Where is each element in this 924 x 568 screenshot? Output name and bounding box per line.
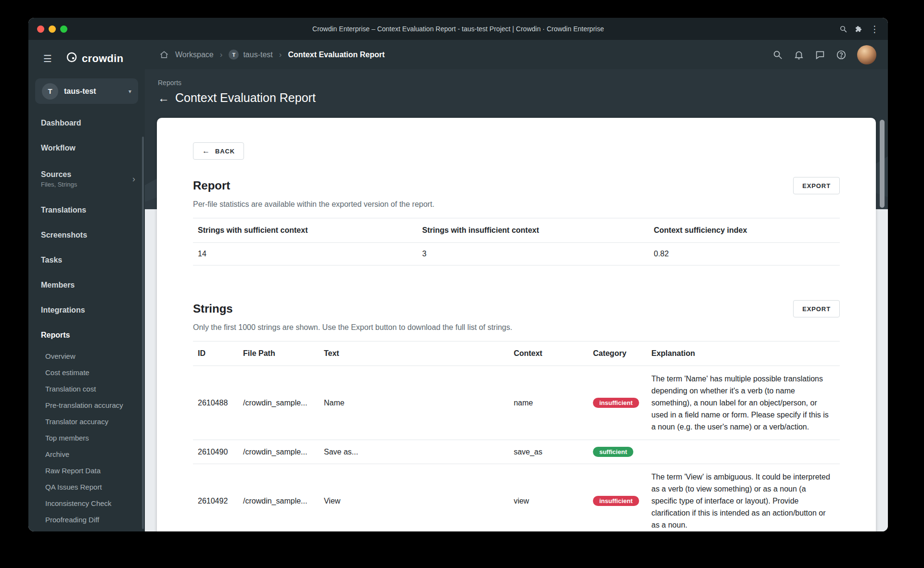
cell-id: 2610488: [193, 366, 238, 440]
sidebar-subitem-translation-cost[interactable]: Translation cost: [28, 380, 145, 397]
caret-down-icon: ▾: [128, 88, 131, 95]
col-header-id: ID: [193, 341, 238, 366]
sidebar-item-dashboard[interactable]: Dashboard: [28, 111, 145, 136]
sidebar-subitem-cost-estimate[interactable]: Cost estimate: [28, 364, 145, 380]
messages-icon[interactable]: [815, 50, 825, 60]
extensions-icon[interactable]: [855, 25, 863, 33]
browser-window: Crowdin Enterprise – Context Evaluation …: [28, 18, 888, 531]
help-icon[interactable]: [836, 50, 847, 60]
home-icon[interactable]: [159, 50, 169, 60]
sidebar-item-members[interactable]: Members: [28, 273, 145, 298]
app-frame: ☰ crowdin T taus-test ▾ Dashboard: [28, 40, 888, 531]
sidebar-item-translations[interactable]: Translations: [28, 198, 145, 223]
col-header-text: Text: [319, 341, 509, 366]
page-scrollbar-thumb[interactable]: [880, 120, 885, 208]
project-selector[interactable]: T taus-test ▾: [35, 78, 138, 104]
export-report-button[interactable]: EXPORT: [793, 177, 840, 194]
sidebar-item-label: Integrations: [41, 306, 85, 315]
sidebar-item-tasks[interactable]: Tasks: [28, 248, 145, 273]
table-row: 2610492 /crowdin_sample... View view ins…: [193, 464, 840, 532]
reports-submenu: Overview Cost estimate Translation cost …: [28, 348, 145, 528]
desktop-background: Crowdin Enterprise – Context Evaluation …: [0, 0, 924, 568]
sidebar-subitem-top-members[interactable]: Top members: [28, 429, 145, 446]
sidebar-item-label: Translations: [41, 206, 86, 215]
cell-file-path: /crowdin_sample...: [238, 366, 319, 440]
cell-category: insufficient: [588, 464, 646, 532]
sidebar-scrollbar-thumb[interactable]: [142, 137, 144, 529]
subitem-label: Top members: [45, 434, 89, 442]
breadcrumb-label: Workspace: [175, 50, 214, 59]
main-area: Workspace › T taus-test › Context Evalua…: [145, 40, 888, 531]
sidebar-item-label: Tasks: [41, 256, 62, 265]
hero-section-label: Reports: [158, 79, 888, 87]
sidebar-subitem-proofreading-diff[interactable]: Proofreading Diff: [28, 511, 145, 528]
cell-text: Save as...: [319, 440, 509, 464]
breadcrumb-label: Context Evaluation Report: [288, 50, 385, 59]
zoom-window-button[interactable]: [60, 25, 67, 33]
cell-category: sufficient: [588, 440, 646, 464]
sidebar-item-label: Reports: [41, 331, 70, 340]
subitem-label: Inconsistency Check: [45, 499, 112, 507]
tab-search-icon[interactable]: [839, 25, 847, 33]
hamburger-menu-icon[interactable]: ☰: [43, 53, 54, 64]
crowdin-logo-text: crowdin: [82, 52, 123, 65]
crowdin-logo[interactable]: crowdin: [66, 51, 123, 66]
cell-text: Name: [319, 366, 509, 440]
sidebar-subitem-translator-accuracy[interactable]: Translator accuracy: [28, 413, 145, 429]
breadcrumb-current: Context Evaluation Report: [288, 50, 385, 59]
topbar-actions: [772, 45, 876, 64]
stats-value-sufficient: 14: [193, 243, 417, 265]
category-badge: insufficient: [593, 398, 639, 408]
back-button[interactable]: ← BACK: [193, 142, 244, 160]
export-strings-button[interactable]: EXPORT: [793, 300, 840, 317]
cell-explanation: The term 'Name' has multiple possible tr…: [647, 366, 840, 440]
search-icon[interactable]: [772, 50, 783, 60]
back-arrow-icon[interactable]: ←: [158, 92, 169, 104]
col-header-context: Context: [509, 341, 588, 366]
stats-value-insufficient: 3: [417, 243, 649, 265]
sidebar-subitem-qa-issues-report[interactable]: QA Issues Report: [28, 479, 145, 495]
minimize-window-button[interactable]: [49, 25, 56, 33]
sidebar-item-label: Members: [41, 281, 75, 290]
window-title: Crowdin Enterprise – Context Evaluation …: [80, 25, 836, 33]
back-arrow-icon: ←: [202, 147, 210, 155]
subitem-label: Archive: [45, 450, 69, 458]
stats-header-insufficient: Strings with insufficient context: [417, 218, 649, 243]
subitem-label: Translation cost: [45, 385, 96, 393]
cell-id: 2610490: [193, 440, 238, 464]
sidebar-item-sources[interactable]: Sources Files, Strings ›: [28, 161, 145, 198]
sidebar-item-integrations[interactable]: Integrations: [28, 298, 145, 323]
sidebar-subitem-archive[interactable]: Archive: [28, 446, 145, 462]
subitem-label: Raw Report Data: [45, 467, 101, 475]
sidebar-subitem-pre-translation-accuracy[interactable]: Pre-translation accuracy: [28, 397, 145, 413]
browser-menu-icon[interactable]: ⋮: [870, 25, 879, 34]
sidebar-item-screenshots[interactable]: Screenshots: [28, 223, 145, 248]
sidebar-item-reports[interactable]: Reports: [28, 323, 145, 348]
window-controls: [37, 25, 80, 33]
app-topbar: Workspace › T taus-test › Context Evalua…: [145, 40, 888, 69]
cell-context: view: [509, 464, 588, 532]
sidebar-item-label: Sources: [41, 170, 77, 179]
breadcrumb-workspace[interactable]: Workspace: [175, 50, 214, 59]
table-row: 2610488 /crowdin_sample... Name name ins…: [193, 366, 840, 440]
subitem-label: Overview: [45, 352, 76, 360]
sidebar-subitem-inconsistency-check[interactable]: Inconsistency Check: [28, 495, 145, 511]
sidebar-item-workflow[interactable]: Workflow: [28, 136, 145, 161]
cell-file-path: /crowdin_sample...: [238, 440, 319, 464]
notifications-bell-icon[interactable]: [794, 50, 804, 60]
breadcrumb-separator-icon: ›: [279, 50, 282, 60]
strings-section-subtitle: Only the first 1000 strings are shown. U…: [193, 323, 840, 332]
sidebar-item-label: Dashboard: [41, 119, 81, 127]
cell-context: name: [509, 366, 588, 440]
sidebar-subitem-overview[interactable]: Overview: [28, 348, 145, 364]
close-window-button[interactable]: [37, 25, 44, 33]
sidebar-subitem-raw-report-data[interactable]: Raw Report Data: [28, 462, 145, 479]
report-section-title: Report: [193, 179, 230, 192]
user-avatar[interactable]: [857, 45, 876, 64]
cell-id: 2610492: [193, 464, 238, 532]
stats-header-index: Context sufficiency index: [649, 218, 840, 243]
breadcrumb-project[interactable]: T taus-test: [229, 50, 272, 60]
export-button-label: EXPORT: [802, 182, 831, 189]
subitem-label: Pre-translation accuracy: [45, 401, 123, 409]
report-section-subtitle: Per-file statistics are available within…: [193, 200, 840, 209]
